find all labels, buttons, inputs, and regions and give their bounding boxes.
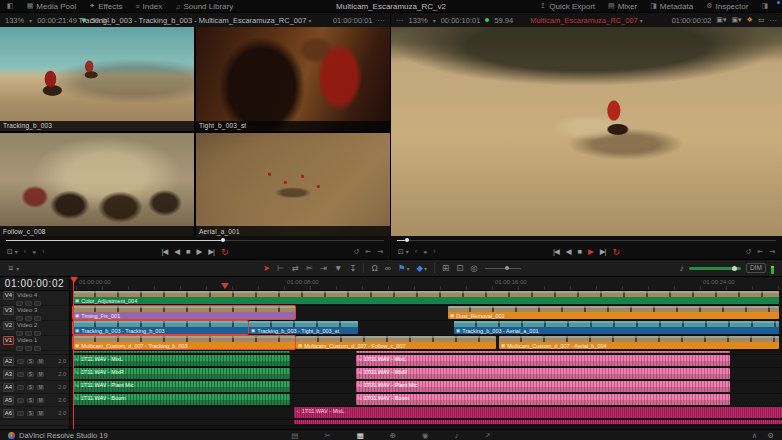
audio-clip[interactable]: [356, 351, 730, 353]
timeline-clip[interactable]: ▣Multicam_Custom_d_007 - Aerial_b_004: [499, 336, 779, 349]
multicam-angle-4-active[interactable]: Aerial_a_001: [196, 133, 390, 237]
zoom-custom-icon[interactable]: ◎: [470, 263, 477, 273]
timeline-ruler[interactable]: 01:00:00:0001:00:08:0001:00:16:0001:00:2…: [70, 277, 782, 291]
video-lane-v2[interactable]: ▣Tracking_b_003 - Tracking_b_003▣Trackin…: [70, 321, 782, 336]
track-lock-icon[interactable]: [17, 372, 24, 377]
audio-lane-a2[interactable]: ∿1T11.WAV - MixL∿1T01.WAV - MixL: [70, 355, 782, 368]
step-back-button[interactable]: ◀: [566, 247, 571, 256]
track-badge-a5[interactable]: A5: [3, 396, 14, 405]
timeline-clip[interactable]: ▣Tracking_b_003 - Tracking_b_003: [73, 321, 248, 334]
speaker-icon[interactable]: ♪: [680, 263, 685, 273]
playhead[interactable]: [73, 277, 74, 429]
view-mode-button[interactable]: ⊡ ▾: [7, 248, 18, 256]
selection-tool-icon[interactable]: ➤: [263, 263, 270, 273]
audio-lane-a3[interactable]: ∿1T11.WAV - MixR∿1T01.WAV - MixR: [70, 368, 782, 381]
panel-toggle-right-icon[interactable]: ◨: [761, 2, 768, 10]
media-page-button[interactable]: ▤: [291, 431, 298, 440]
insert-clip-icon[interactable]: ⇥: [320, 263, 327, 273]
sound-library-button[interactable]: ♫Sound Library: [175, 2, 233, 11]
deliver-page-button[interactable]: ↗: [484, 431, 490, 440]
timeline-clip[interactable]: ▣Timing_Fix_001: [73, 306, 295, 319]
timeline-clip[interactable]: ▣Tracking_b_003 - Aerial_a_001: [454, 321, 779, 334]
view-mode-button[interactable]: ⊡ ▾: [398, 248, 409, 256]
video-lane-v4[interactable]: ▣Color_Adjustment_004: [70, 291, 782, 306]
timeline-options-icon[interactable]: ≡: [8, 263, 13, 273]
loop-playback-button[interactable]: ↻: [221, 247, 229, 257]
track-badge-a4[interactable]: A4: [3, 383, 14, 392]
source-more-options[interactable]: ···: [378, 16, 386, 25]
track-header-a6[interactable]: A6SM2.0: [0, 407, 69, 420]
track-mute-button[interactable]: M: [37, 398, 44, 403]
track-lock-icon[interactable]: [17, 359, 24, 364]
timeline-scrubber[interactable]: [391, 236, 782, 244]
source-zoom-level[interactable]: 133%: [5, 16, 24, 25]
track-lock-icon[interactable]: [17, 398, 24, 403]
overwrite-clip-icon[interactable]: ▼: [334, 263, 342, 273]
audio-lane-a5[interactable]: ∿1T11.WAV - Boom∿1T01.WAV - Boom: [70, 394, 782, 407]
trim-edit-mode-icon[interactable]: ⊢: [277, 263, 284, 273]
timeline-clip-title[interactable]: Multicam_Escaramuza_RC_007 ▾: [530, 16, 643, 25]
grid-view-icon[interactable]: ▣▾: [716, 16, 726, 24]
audio-clip[interactable]: ∿1T01.WAV - MixL: [356, 355, 730, 366]
step-back-button[interactable]: ◀: [174, 247, 179, 256]
edit-page-button[interactable]: ▦: [357, 431, 364, 440]
track-mute-button[interactable]: M: [37, 359, 44, 364]
multicam-angle-2[interactable]: Tight_b_003_st: [196, 27, 390, 131]
timeline-clip[interactable]: ▣Dust_Removal_002: [448, 306, 779, 319]
color-overlay-icon[interactable]: ❖: [747, 16, 753, 24]
panel-toggle-icon[interactable]: ◧: [7, 2, 14, 10]
play-button[interactable]: ▶: [588, 247, 593, 256]
track-badge-v3[interactable]: V3: [3, 306, 14, 315]
source-clip-title[interactable]: Tracking_b_003 - Tracking_b_003 - Multic…: [79, 16, 312, 25]
zoom-fit-icon[interactable]: ⊞: [442, 263, 449, 273]
track-solo-button[interactable]: S: [27, 385, 34, 390]
track-badge-v4[interactable]: V4: [3, 291, 14, 300]
expand-icon[interactable]: ∧: [752, 431, 758, 440]
play-button[interactable]: ▶: [196, 247, 201, 256]
track-header-v2[interactable]: V2Video 2: [0, 321, 69, 336]
track-solo-button[interactable]: S: [27, 411, 34, 416]
track-badge-v2[interactable]: V2: [3, 321, 14, 330]
track-header-a2[interactable]: A2SM2.0: [0, 355, 69, 368]
transport-match-frame-icon[interactable]: ⇤: [365, 248, 371, 256]
audio-clip[interactable]: ∿1T01.WAV - MixL: [294, 407, 782, 418]
jog-control[interactable]: ‹ ● ›: [24, 248, 47, 255]
settings-gear-icon[interactable]: ⚙: [767, 431, 774, 440]
audio-clip[interactable]: ∿1T11.WAV - MixL: [73, 355, 290, 366]
track-header-a3[interactable]: A3SM2.0: [0, 368, 69, 381]
cut-page-button[interactable]: ✂: [324, 431, 330, 440]
blade-edit-mode-icon[interactable]: ✂: [306, 263, 313, 273]
timeline-clip[interactable]: ▣Color_Adjustment_004: [73, 291, 779, 304]
timeline-zoom-level[interactable]: 133%: [409, 16, 428, 25]
timeline-clip[interactable]: ▣Multicam_Custom_d_007 - Tracking_b_003: [73, 336, 295, 349]
track-solo-button[interactable]: S: [27, 372, 34, 377]
stop-button[interactable]: ■: [186, 247, 190, 256]
audio-clip[interactable]: ∿1T11.WAV - MixR: [73, 368, 290, 379]
effects-button[interactable]: ✦Effects: [89, 2, 122, 11]
timeline-zoom-slider[interactable]: [485, 268, 521, 269]
media-pool-button[interactable]: ▦Media Pool: [27, 2, 77, 11]
track-header-a5[interactable]: A5SM2.0: [0, 394, 69, 407]
audio-clip[interactable]: [73, 351, 290, 353]
track-enable-icon[interactable]: [16, 346, 23, 351]
track-badge-v1[interactable]: V1: [3, 336, 14, 345]
track-solo-button[interactable]: S: [27, 359, 34, 364]
scrubber-handle[interactable]: [405, 238, 409, 242]
audio-clip[interactable]: [294, 420, 782, 424]
audio-lane-a6[interactable]: ∿1T01.WAV - MixL: [70, 407, 782, 420]
source-scrubber[interactable]: [0, 236, 390, 244]
viewer-more-options[interactable]: ···: [396, 16, 404, 25]
audio-clip[interactable]: ∿1T11.WAV - Plant Mic: [73, 381, 290, 392]
track-mute-button[interactable]: M: [37, 411, 44, 416]
snapping-icon[interactable]: Ω: [371, 263, 377, 273]
multicam-angle-3[interactable]: Follow_c_008: [0, 133, 194, 237]
track-header-a4[interactable]: A4SM2.0: [0, 381, 69, 394]
index-button[interactable]: ≡Index: [135, 2, 162, 11]
go-to-start-button[interactable]: |◀: [553, 247, 559, 256]
track-lock-icon[interactable]: [17, 385, 24, 390]
video-lane-v1[interactable]: ▣Multicam_Custom_d_007 - Tracking_b_003▣…: [70, 336, 782, 351]
track-badge-a3[interactable]: A3: [3, 370, 14, 379]
scrubber-handle[interactable]: [221, 238, 225, 242]
audio-clip[interactable]: ∿1T01.WAV - Boom: [356, 394, 730, 405]
audio-clip[interactable]: ∿1T01.WAV - Plant Mic: [356, 381, 730, 392]
